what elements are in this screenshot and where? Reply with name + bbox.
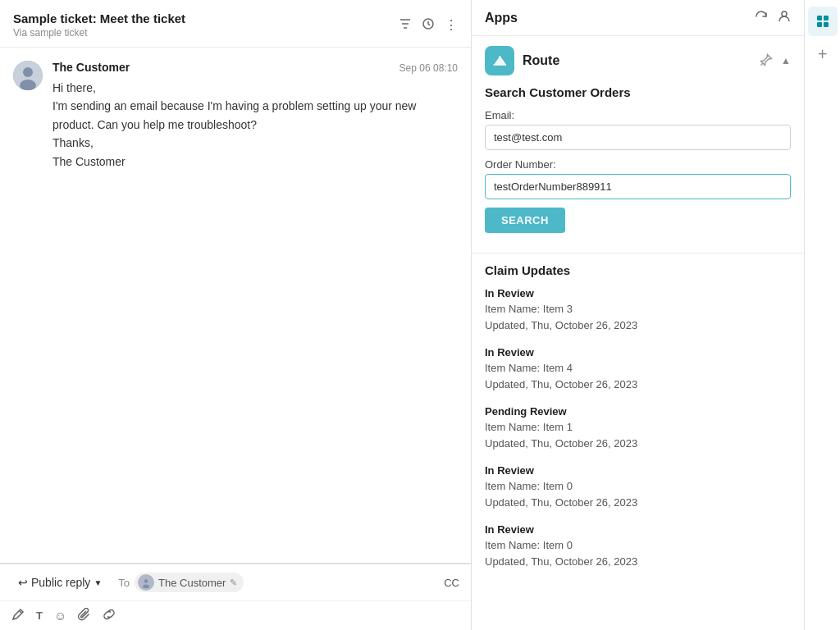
claim-item-name: Item Name: Item 1 [485,419,791,436]
svg-point-5 [144,579,148,583]
order-input[interactable] [485,174,791,199]
claim-item: In Review Item Name: Item 0 Updated, Thu… [485,464,791,510]
sidebar-icons: + [804,0,840,630]
pin-icon[interactable] [760,53,773,69]
claim-status: In Review [485,287,791,299]
search-orders-form: Search Customer Orders Email: Order Numb… [485,85,791,243]
reply-to: To The Customer ✎ [118,573,244,592]
message-body: Hi there, I'm sending an email because I… [52,79,458,171]
claim-item-name: Item Name: Item 3 [485,301,791,317]
route-header: Route ▲ [485,46,791,75]
order-label: Order Number: [485,158,791,171]
claim-item-name: Item Name: Item 0 [485,478,791,495]
claim-item: In Review Item Name: Item 4 Updated, Thu… [485,346,791,392]
route-title-area: Route [485,46,559,75]
compose-icon[interactable] [11,608,25,623]
claim-status: In Review [485,346,791,358]
cc-button[interactable]: CC [444,577,459,589]
history-icon[interactable] [422,17,435,34]
svg-rect-11 [824,22,829,27]
ticket-header-actions: ⋮ [399,17,458,34]
emoji-icon[interactable]: ☺ [54,609,66,623]
message-line2: I'm sending an email because I'm having … [52,97,458,134]
claim-item: In Review Item Name: Item 3 Updated, Thu… [485,287,791,333]
link-icon[interactable] [103,608,116,623]
claim-status: Pending Review [485,405,791,418]
collapse-icon[interactable]: ▲ [781,55,791,66]
message-header: The Customer Sep 06 08:10 [52,61,458,74]
svg-point-2 [23,67,33,77]
grid-icon-button[interactable] [808,7,838,36]
right-panel: Apps [472,0,804,630]
refresh-icon[interactable] [755,10,768,25]
claim-updated: Updated, Thu, October 26, 2023 [485,317,791,334]
message-time: Sep 06 08:10 [399,62,458,74]
recipient-name: The Customer [158,577,226,589]
apps-header: Apps [472,0,804,36]
apps-content: Route ▲ Search Customer Orders Email [472,36,804,630]
reply-type-label: Public reply [31,576,90,589]
apps-actions [755,10,791,25]
search-button[interactable]: SEARCH [485,208,565,233]
recipient-chip[interactable]: The Customer ✎ [135,573,244,592]
email-form-group: Email: [485,109,791,150]
message-content: The Customer Sep 06 08:10 Hi there, I'm … [52,61,458,171]
claim-status: In Review [485,523,791,536]
ticket-title: Sample ticket: Meet the ticket [13,11,185,25]
user-icon[interactable] [778,10,791,25]
message-author: The Customer [52,61,130,74]
edit-icon[interactable]: ✎ [230,578,237,588]
route-section: Route ▲ Search Customer Orders Email [472,36,804,253]
message-line1: Hi there, [52,79,458,97]
reply-toolbar: T ☺ [0,600,471,630]
email-input[interactable] [485,125,791,150]
svg-rect-8 [817,16,822,21]
avatar [13,61,43,90]
route-icon [485,46,514,75]
claim-updated: Updated, Thu, October 26, 2023 [485,495,791,511]
text-format-icon[interactable]: T [36,609,43,622]
svg-rect-9 [824,16,829,21]
route-name: Route [523,53,559,68]
claim-updated: Updated, Thu, October 26, 2023 [485,436,791,452]
route-actions: ▲ [760,53,791,69]
claim-updates-title: Claim Updates [485,263,791,277]
claim-updates: Claim Updates In Review Item Name: Item … [472,253,804,592]
search-orders-title: Search Customer Orders [485,85,791,99]
claim-item-name: Item Name: Item 4 [485,360,791,377]
message-line4: The Customer [52,153,458,171]
message-line3: Thanks, [52,134,458,152]
svg-rect-10 [817,22,822,27]
ticket-subtitle: Via sample ticket [13,27,185,39]
chevron-down-icon[interactable]: ▼ [94,578,102,587]
recipient-avatar-icon [138,574,154,591]
reply-icon: ↩ [18,576,28,589]
claim-item: Pending Review Item Name: Item 1 Updated… [485,405,791,451]
order-form-group: Order Number: [485,158,791,199]
claim-updated: Updated, Thu, October 26, 2023 [485,377,791,393]
attachment-icon[interactable] [78,608,91,623]
message-item: The Customer Sep 06 08:10 Hi there, I'm … [13,61,458,171]
reply-bar: ↩ Public reply ▼ To The Customer ✎ [0,564,471,600]
claim-item: In Review Item Name: Item 0 Updated, Thu… [485,523,791,569]
svg-point-7 [782,11,787,16]
claims-list: In Review Item Name: Item 3 Updated, Thu… [485,287,791,569]
to-label: To [118,577,130,589]
claim-status: In Review [485,464,791,477]
ticket-header: Sample ticket: Meet the ticket Via sampl… [0,0,471,48]
reply-type-button[interactable]: ↩ Public reply ▼ [11,573,108,592]
claim-updated: Updated, Thu, October 26, 2023 [485,554,791,570]
filter-icon[interactable] [399,17,412,34]
add-icon-button[interactable]: + [808,39,838,69]
claim-item-name: Item Name: Item 0 [485,537,791,554]
apps-title: Apps [485,11,518,25]
more-icon[interactable]: ⋮ [445,17,458,33]
email-label: Email: [485,109,791,121]
message-area: The Customer Sep 06 08:10 Hi there, I'm … [0,48,471,563]
